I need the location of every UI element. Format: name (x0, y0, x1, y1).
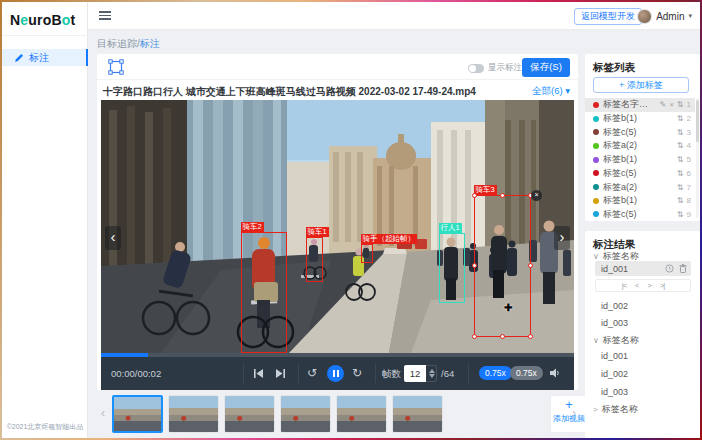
next-video-arrow[interactable]: › (554, 226, 570, 250)
menu-collapse-icon[interactable] (99, 11, 111, 21)
annotation-toolbar: 显示标注 保存(S) (97, 54, 578, 80)
add-label-button[interactable]: + 添加标签 (593, 77, 689, 93)
speed-pill-active[interactable]: 0.75x (479, 366, 512, 380)
sidebar-item-annotate[interactable]: 标注 (2, 49, 88, 66)
label-color-dot (593, 184, 599, 190)
bbox-label: 骑车2 (241, 222, 264, 232)
bbox-label: 骑车3 (474, 185, 497, 195)
resize-handle[interactable] (500, 334, 505, 339)
bbox-label: 骑车1 (306, 227, 329, 237)
resize-handle[interactable] (472, 263, 477, 268)
video-thumbnail-1[interactable] (112, 395, 163, 433)
bbox-rider3-selected[interactable]: 骑车3 × (474, 195, 531, 337)
forward-10-icon[interactable]: ↻ (352, 366, 362, 380)
label-color-dot (593, 129, 599, 135)
edit-label-icon[interactable]: ✎ (659, 100, 666, 109)
label-row-7[interactable]: 标签a(2) ⇅ 7 (585, 180, 695, 194)
label-list-title: 标签列表 (593, 61, 635, 75)
label-color-dot (593, 143, 599, 149)
scrollbar[interactable] (696, 98, 699, 218)
result-item[interactable]: id_003 (601, 387, 628, 397)
result-item[interactable]: id_003 (601, 318, 628, 328)
resize-handle[interactable] (500, 193, 505, 198)
sort-icon[interactable]: ⇅ (677, 100, 684, 109)
delete-box-icon[interactable]: × (531, 190, 542, 201)
result-group-2[interactable]: ∨标签名称 (593, 334, 639, 347)
label-row-9[interactable]: 标签c(5) ⇅ 9 (585, 208, 695, 222)
resize-handle[interactable] (528, 263, 533, 268)
app-window: NeuroBot 标注 ©2021北京炬视智能出品 返回模型开发 Admin ▾… (0, 0, 702, 440)
volume-icon[interactable] (549, 367, 561, 379)
video-title: 十字路口路口行人 城市交通上下班高峰斑马线过马路视频 2022-03-02 17… (103, 85, 476, 99)
rewind-10-icon[interactable]: ↺ (307, 366, 317, 380)
label-row-8[interactable]: 标签b(1) ⇅ 8 (585, 194, 695, 208)
save-button[interactable]: 保存(S) (522, 58, 570, 77)
resize-handle[interactable] (472, 193, 477, 198)
video-thumbnail-3[interactable] (224, 395, 275, 433)
speed-pill-secondary[interactable]: 0.75x (510, 366, 543, 380)
sort-icon[interactable]: ⇅ (677, 169, 684, 178)
show-annotation-toggle[interactable] (468, 64, 484, 73)
strip-prev-arrow[interactable]: ‹ (101, 406, 105, 420)
video-thumbnail-5[interactable] (336, 395, 387, 433)
copyright-footer: ©2021北京炬视智能出品 (2, 422, 88, 432)
plus-icon: + (551, 396, 587, 413)
back-to-model-dev-button[interactable]: 返回模型开发 (574, 8, 642, 25)
bbox-rider-startframe[interactable]: 骑手（起始帧） (361, 244, 373, 263)
resize-handle[interactable] (472, 334, 477, 339)
page-next-button[interactable]: > (648, 281, 651, 290)
rect-select-tool-icon[interactable] (108, 59, 124, 75)
resize-handle[interactable] (528, 334, 533, 339)
divider (2, 35, 88, 36)
label-row-5[interactable]: 标签b(1) ⇅ 5 (585, 153, 695, 167)
frame-count-label: 帧数 (382, 368, 401, 381)
page-last-button[interactable]: >| (660, 281, 664, 290)
prev-frame-icon[interactable] (253, 368, 264, 379)
result-item-id001-selected[interactable]: id_001 (595, 261, 691, 276)
video-thumbnail-4[interactable] (280, 395, 331, 433)
video-thumbnail-2[interactable] (168, 395, 219, 433)
sort-icon[interactable]: ⇅ (677, 141, 684, 150)
add-video-button[interactable]: + 添加视频 (550, 395, 588, 433)
bbox-rider1[interactable]: 骑车1 (306, 237, 323, 282)
sort-icon[interactable]: ⇅ (677, 155, 684, 164)
topbar: 返回模型开发 Admin ▾ (88, 2, 700, 30)
sort-icon[interactable]: ⇅ (677, 128, 684, 137)
strip-next-arrow[interactable]: › (572, 406, 576, 420)
result-item[interactable]: id_002 (601, 301, 628, 311)
bbox-pedestrian1[interactable]: 行人1 (439, 233, 465, 303)
stepper-down-icon[interactable] (429, 374, 435, 378)
label-row-3[interactable]: 标签c(5) ⇅ 3 (585, 125, 695, 139)
result-item[interactable]: id_002 (601, 369, 628, 379)
sort-icon[interactable]: ⇅ (677, 183, 684, 192)
result-item[interactable]: id_001 (601, 351, 628, 361)
scrollbar-thumb[interactable] (696, 100, 699, 142)
pause-button[interactable] (327, 365, 344, 382)
next-frame-icon[interactable] (275, 368, 286, 379)
page-first-button[interactable]: |< (622, 281, 626, 290)
show-annotation-label: 显示标注 (488, 62, 522, 74)
move-cursor-icon: ✚ (504, 302, 512, 313)
delete-label-icon[interactable]: × (669, 100, 674, 109)
trash-icon[interactable] (679, 264, 687, 273)
stepper-up-icon[interactable] (429, 369, 435, 373)
bbox-rider2[interactable]: 骑车2 (241, 232, 287, 353)
locate-icon[interactable] (665, 264, 674, 273)
result-group-3[interactable]: >标签名称 (593, 403, 638, 416)
label-filter-dropdown[interactable]: 全部(6) ▾ (532, 85, 570, 98)
label-row-6[interactable]: 标签c(5) ⇅ 6 (585, 167, 695, 181)
sort-icon[interactable]: ⇅ (677, 114, 684, 123)
label-row-2[interactable]: 标签b(1) ⇅ 2 (585, 112, 695, 126)
label-row-1[interactable]: 标签名字最长数... ✎ × ⇅ 1 (585, 98, 695, 112)
video-thumbnail-6[interactable] (392, 395, 443, 433)
chevron-down-icon: ∨ (593, 336, 599, 345)
breadcrumb-parent[interactable]: 目标追踪 (97, 38, 137, 49)
user-menu[interactable]: Admin ▾ (637, 8, 692, 24)
sort-icon[interactable]: ⇅ (677, 210, 684, 219)
page-prev-button[interactable]: < (635, 281, 638, 290)
label-row-4[interactable]: 标签a(2) ⇅ 4 (585, 139, 695, 153)
video-canvas[interactable]: 骑车2 骑车1 骑手（起始帧） 行人1 骑车3 × (101, 100, 574, 353)
sort-icon[interactable]: ⇅ (677, 196, 684, 205)
prev-video-arrow[interactable]: ‹ (105, 226, 121, 250)
frame-number-input[interactable] (404, 365, 426, 382)
